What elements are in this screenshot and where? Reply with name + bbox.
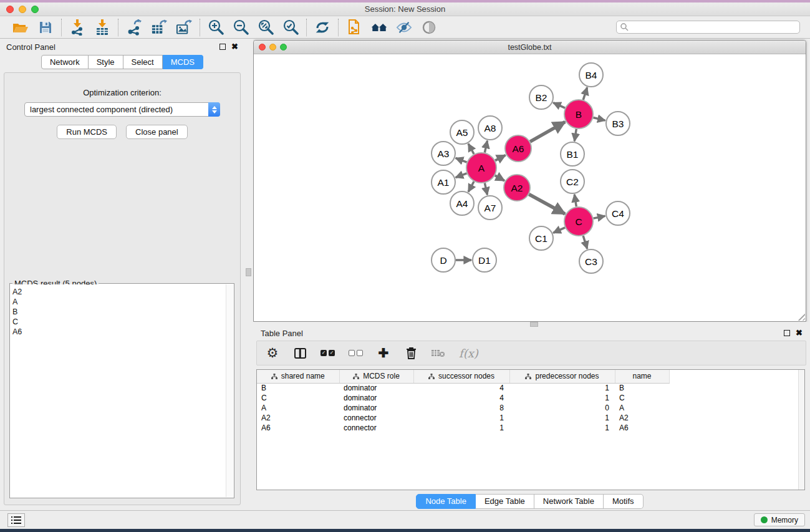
apply-layout-icon[interactable] [314,19,330,36]
mcds-result-item[interactable]: A6 [12,327,226,337]
add-column-icon[interactable]: ✚ [377,346,390,360]
edge-A-A2[interactable] [495,175,504,181]
table-cell[interactable]: 8 [413,403,509,413]
tab-network[interactable]: Network [41,55,89,69]
node-A2[interactable]: A2 [504,175,530,201]
table-cell[interactable]: 1 [413,423,509,433]
edge-B-B4[interactable] [583,87,587,100]
edge-B-B1[interactable] [574,129,576,142]
table-cell[interactable]: 1 [509,383,615,393]
edge-A-A6[interactable] [495,155,506,161]
tab-mcds[interactable]: MCDS [163,55,203,69]
select-all-columns-icon[interactable]: ✓✓ [321,346,335,360]
clone-network-icon[interactable] [346,19,362,36]
node-A3[interactable]: A3 [432,142,455,165]
zoom-in-icon[interactable] [208,19,224,36]
table-row[interactable]: A2connector11A2 [257,413,679,423]
edge-C-C1[interactable] [553,228,565,233]
table-scrollbar[interactable] [798,370,804,490]
edge-B-B2[interactable] [553,103,565,109]
splitter-grip[interactable] [246,268,251,276]
node-A7[interactable]: A7 [478,196,502,220]
node-B2[interactable]: B2 [529,85,553,109]
edge-B-B3[interactable] [593,118,605,121]
node-C2[interactable]: C2 [561,170,584,193]
edge-A-A8[interactable] [485,141,487,153]
float-table-panel-icon[interactable] [784,330,790,336]
network-window-titlebar[interactable]: testGlobe.txt [254,41,806,54]
node-B4[interactable]: B4 [579,63,603,87]
zoom-selected-icon[interactable] [282,19,299,36]
node-C3[interactable]: C3 [579,249,603,273]
table-row[interactable]: Adominator80A [257,403,679,413]
column-header-successor-nodes[interactable]: successor nodes [413,370,509,383]
splitter-grip[interactable] [530,322,538,327]
node-B[interactable]: B [564,100,593,128]
table-cell[interactable]: A6 [257,423,339,433]
horizontal-splitter[interactable] [253,322,810,326]
show-details-eye-icon[interactable] [421,19,437,36]
table-cell[interactable]: A6 [615,423,669,433]
run-mcds-button[interactable]: Run MCDS [57,125,117,139]
node-B1[interactable]: B1 [561,142,584,166]
node-A1[interactable]: A1 [432,170,455,194]
node-A8[interactable]: A8 [478,116,502,140]
table-cell[interactable]: 1 [509,423,615,433]
table-cell[interactable]: 4 [413,383,509,393]
table-row[interactable]: Cdominator41C [257,393,679,403]
import-network-icon[interactable] [69,19,85,36]
column-header-shared-name[interactable]: shared name [257,370,339,383]
table-row[interactable]: Bdominator41B [257,383,679,393]
node-B3[interactable]: B3 [606,112,630,135]
mcds-result-item[interactable]: A [12,297,226,307]
table-cell[interactable]: 1 [509,413,615,423]
show-columns-icon[interactable] [293,346,307,360]
edge-A-A1[interactable] [456,173,467,178]
table-cell[interactable]: dominator [339,403,413,413]
tab-node-table[interactable]: Node Table [416,494,476,509]
node-C4[interactable]: C4 [606,201,630,225]
table-cell[interactable]: C [257,393,339,403]
edge-A2-C[interactable] [529,195,565,214]
edge-C-C4[interactable] [594,216,605,218]
vertical-splitter[interactable] [244,39,253,510]
deselect-all-columns-icon[interactable] [349,346,363,360]
export-table-icon[interactable] [151,19,167,36]
table-cell[interactable]: C [615,393,669,403]
float-panel-icon[interactable] [219,44,226,50]
memory-button[interactable]: Memory [754,513,805,526]
table-settings-gear-icon[interactable]: ⚙ [266,346,279,360]
table-cell[interactable]: A2 [615,413,669,423]
table-cell[interactable]: 0 [509,403,615,413]
mcds-result-list[interactable]: A2ABCA6 [11,284,226,497]
table-cell[interactable]: B [257,383,339,393]
tab-motifs[interactable]: Motifs [604,494,644,509]
edge-A6-B[interactable] [530,122,565,142]
tab-style[interactable]: Style [89,55,123,69]
network-canvas[interactable]: B4B2BB3B1A5A8A6A3AA1C2A2A4A7C1CC4C3DD1 [254,54,806,321]
export-network-icon[interactable] [126,19,142,36]
export-image-icon[interactable] [176,19,192,36]
table-row[interactable]: A6connector11A6 [257,423,679,433]
mcds-result-item[interactable]: C [12,317,226,327]
close-panel-icon[interactable]: ✖ [231,44,238,50]
save-session-icon[interactable] [37,19,54,36]
table-cell[interactable]: A [615,403,669,413]
hide-details-eye-icon[interactable] [396,19,412,36]
node-A4[interactable]: A4 [450,191,474,215]
table-cell[interactable]: A2 [257,413,339,423]
mcds-result-item[interactable]: B [12,307,226,317]
table-cell[interactable]: 1 [509,393,615,403]
edge-A-A5[interactable] [468,143,474,154]
node-D1[interactable]: D1 [473,248,496,272]
optimization-criterion-select[interactable]: largest connected component (directed) [24,102,220,117]
tab-edge-table[interactable]: Edge Table [476,494,534,509]
tab-select[interactable]: Select [123,55,163,69]
search-field[interactable] [616,21,800,34]
import-table-icon[interactable] [94,19,110,36]
node-C1[interactable]: C1 [529,226,553,250]
table-cell[interactable]: 1 [413,413,509,423]
edge-C-C3[interactable] [583,236,587,249]
table-cell[interactable]: connector [339,423,413,433]
tab-network-table[interactable]: Network Table [534,494,604,509]
